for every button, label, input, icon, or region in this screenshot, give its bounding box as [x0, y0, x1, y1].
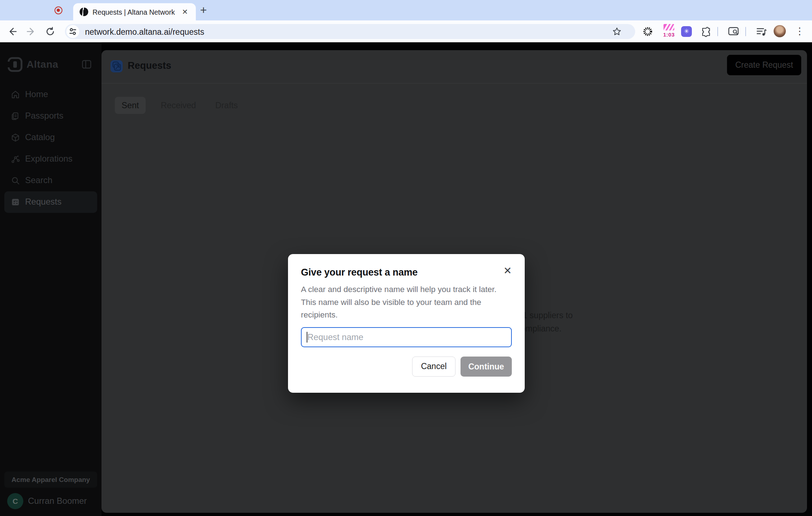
tab-title: Requests | Altana Network	[93, 8, 175, 16]
text-cursor	[307, 332, 307, 343]
name-request-dialog: ✕ Give your request a name A clear and d…	[288, 254, 525, 393]
org-switcher[interactable]: Acme Apparel Company	[4, 472, 97, 488]
sidebar-nav: Home Passports Catalog	[4, 84, 97, 213]
snowflake-extension-icon[interactable]: ✳	[681, 26, 692, 37]
altana-logo-icon	[7, 57, 23, 72]
catalog-icon	[11, 133, 20, 142]
create-request-button[interactable]: Create Request	[727, 55, 801, 75]
url-bar[interactable]: network.demo.altana.ai/requests	[65, 24, 635, 39]
browser-tab[interactable]: Requests | Altana Network ✕	[73, 3, 196, 20]
org-name: Acme Apparel Company	[11, 476, 90, 483]
user-name: Curran Boomer	[28, 496, 87, 506]
sidebar: Altana Home	[0, 42, 102, 516]
sidebar-item-search[interactable]: Search	[4, 170, 97, 191]
toolbar-separator	[717, 27, 718, 36]
sidebar-item-requests[interactable]: Requests	[4, 191, 97, 213]
altana-favicon-icon	[80, 8, 88, 16]
forward-icon[interactable]	[26, 27, 36, 37]
site-settings-icon[interactable]	[66, 25, 79, 38]
sidebar-collapse-icon[interactable]	[82, 59, 91, 69]
dialog-title: Give your request a name	[301, 267, 512, 278]
reload-icon[interactable]	[45, 27, 55, 37]
dialog-close-icon[interactable]: ✕	[501, 263, 514, 279]
continue-button[interactable]: Continue	[461, 357, 512, 377]
recording-timer: 1:03	[662, 32, 676, 38]
sidebar-item-catalog[interactable]: Catalog	[4, 127, 97, 148]
user-avatar: C	[7, 493, 23, 509]
tab-close-icon[interactable]: ✕	[182, 8, 188, 16]
page-viewport: Altana Home	[0, 42, 812, 516]
passports-icon	[11, 111, 20, 121]
empty-state-text-fragment: 1 suppliers to	[523, 311, 573, 320]
browser-profile-avatar[interactable]	[774, 25, 786, 37]
user-menu[interactable]: C Curran Boomer	[7, 493, 97, 510]
sidebar-item-passports[interactable]: Passports	[4, 105, 97, 127]
bookmark-star-icon[interactable]	[612, 27, 622, 36]
toolbar-separator	[745, 27, 746, 36]
page-title: Requests	[128, 60, 171, 71]
requests-page-icon	[110, 60, 123, 72]
media-controls-icon[interactable]	[756, 27, 767, 37]
tab-received[interactable]: Received	[156, 97, 200, 114]
extensions-puzzle-icon[interactable]	[700, 26, 711, 37]
cancel-button[interactable]: Cancel	[412, 357, 455, 377]
browser-menu-icon[interactable]: ⋮	[795, 25, 804, 37]
tab-strip: Requests | Altana Network ✕ +	[0, 0, 812, 20]
browser-window: Requests | Altana Network ✕ + networ	[0, 0, 812, 516]
explorations-icon	[11, 154, 20, 164]
request-name-input[interactable]	[301, 327, 512, 347]
url-text[interactable]: network.demo.altana.ai/requests	[85, 27, 204, 37]
home-icon	[11, 90, 20, 99]
screen-recorder-extension-icon[interactable]: 1:03	[662, 24, 676, 40]
empty-state-text-fragment: ompliance.	[521, 324, 562, 334]
requests-tabs: Sent Received Drafts	[115, 97, 242, 114]
browser-toolbar: network.demo.altana.ai/requests 1:03 ✳	[0, 20, 812, 42]
sidebar-item-explorations[interactable]: Explorations	[4, 148, 97, 170]
requests-icon	[11, 197, 20, 207]
search-icon	[11, 176, 20, 185]
recording-indicator-icon	[55, 6, 62, 14]
new-tab-button[interactable]: +	[200, 4, 207, 16]
back-icon[interactable]	[7, 27, 17, 37]
brand-wordmark: Altana	[27, 59, 58, 70]
screen-search-icon[interactable]	[728, 27, 739, 37]
page-header: Requests Create Request	[102, 50, 807, 83]
tab-sent[interactable]: Sent	[115, 97, 146, 114]
dialog-description: A clear and descriptive name will help y…	[301, 283, 512, 321]
tab-drafts[interactable]: Drafts	[211, 97, 242, 114]
spinner-extension-icon[interactable]	[643, 27, 653, 37]
sidebar-item-home[interactable]: Home	[4, 84, 97, 105]
